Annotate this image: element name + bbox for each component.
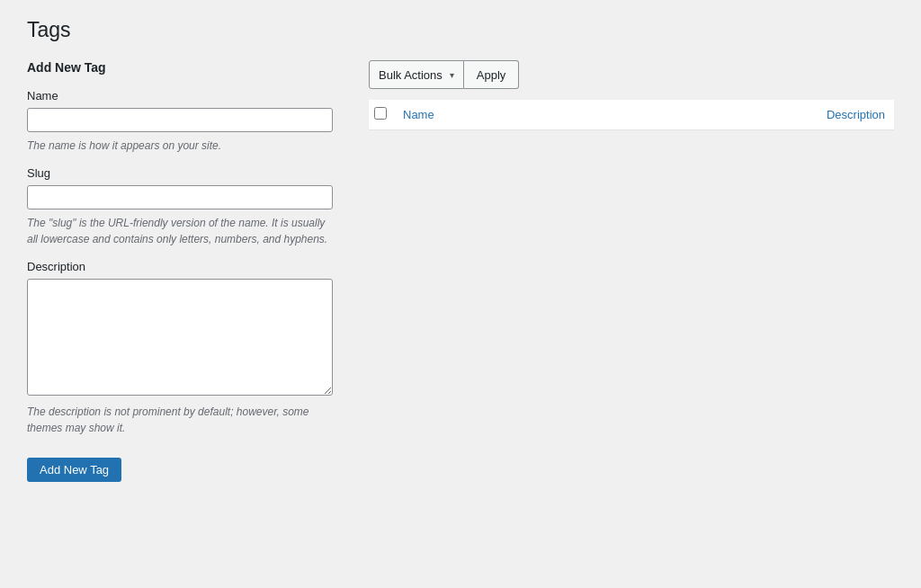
right-panel: Bulk Actions ▾ Apply Name Description <box>369 60 894 130</box>
left-panel: Add New Tag Name The name is how it appe… <box>27 60 333 482</box>
main-content: Add New Tag Name The name is how it appe… <box>27 60 894 482</box>
name-label: Name <box>27 89 333 102</box>
name-input[interactable] <box>27 108 333 132</box>
page-title: Tags <box>27 18 894 42</box>
name-column-header[interactable]: Name <box>394 100 590 130</box>
description-hint: The description is not prominent by defa… <box>27 404 333 436</box>
apply-button[interactable]: Apply <box>464 60 520 89</box>
chevron-down-icon: ▾ <box>450 70 454 80</box>
add-new-tag-button[interactable]: Add New Tag <box>27 458 121 482</box>
add-new-tag-heading: Add New Tag <box>27 60 333 75</box>
select-all-checkbox[interactable] <box>374 107 387 120</box>
slug-input[interactable] <box>27 185 333 209</box>
slug-hint: The "slug" is the URL-friendly version o… <box>27 215 333 247</box>
select-all-header <box>369 100 394 130</box>
bulk-toolbar: Bulk Actions ▾ Apply <box>369 60 894 89</box>
name-hint: The name is how it appears on your site. <box>27 138 333 154</box>
description-field-group: Description The description is not promi… <box>27 260 333 436</box>
description-column-header[interactable]: Description <box>590 100 894 130</box>
description-textarea[interactable] <box>27 279 333 396</box>
bulk-actions-label: Bulk Actions <box>379 68 443 82</box>
description-label: Description <box>27 260 333 273</box>
slug-label: Slug <box>27 166 333 180</box>
slug-field-group: Slug The "slug" is the URL-friendly vers… <box>27 166 333 247</box>
page-wrapper: Tags Add New Tag Name The name is how it… <box>0 0 921 588</box>
bulk-actions-dropdown[interactable]: Bulk Actions ▾ <box>369 60 464 89</box>
tags-table: Name Description <box>369 100 894 130</box>
name-field-group: Name The name is how it appears on your … <box>27 89 333 154</box>
